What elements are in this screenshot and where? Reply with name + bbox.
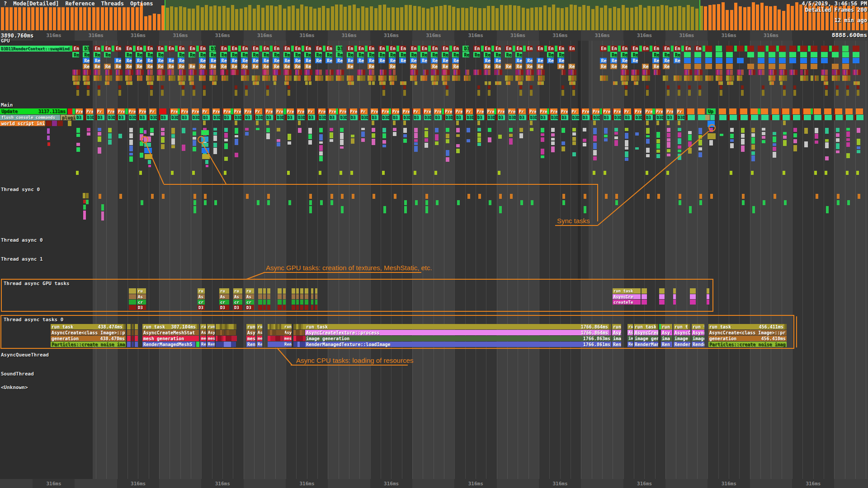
gpu-render-block[interactable]: Ren bbox=[378, 58, 385, 63]
gpu-event-block[interactable]: Eng bbox=[442, 46, 448, 52]
gpu-render-block[interactable]: Re bbox=[136, 64, 142, 69]
task-bar[interactable]: ru bbox=[257, 324, 262, 329]
gpu-render-block[interactable]: Re bbox=[304, 52, 311, 57]
gpu-render-block[interactable] bbox=[769, 52, 775, 57]
frame-bar-present[interactable]: Pre bbox=[634, 108, 642, 114]
frame-bar-present[interactable]: Pr bbox=[466, 108, 473, 114]
sync-block[interactable] bbox=[193, 206, 196, 213]
gpu-event-block[interactable]: Eng bbox=[557, 46, 564, 52]
sync-block[interactable] bbox=[162, 194, 165, 199]
sync-block[interactable] bbox=[309, 200, 312, 205]
gpu-render-block[interactable]: Re bbox=[557, 64, 564, 69]
frame-bar-d3d[interactable]: D3D bbox=[255, 115, 263, 120]
task-bar[interactable]: im bbox=[627, 336, 633, 341]
frame-bar-d3d[interactable]: D3 bbox=[624, 115, 632, 120]
gpu-event-block[interactable] bbox=[758, 46, 764, 52]
task-bar[interactable]: run task1766.864ms bbox=[305, 324, 611, 329]
frame-bar-d3d[interactable]: D3 bbox=[245, 115, 252, 120]
frame-bar-present[interactable] bbox=[729, 108, 736, 114]
sync-block[interactable] bbox=[584, 206, 586, 213]
gpu-event-block[interactable]: En bbox=[631, 46, 638, 52]
gpu-render-block[interactable]: Re bbox=[146, 52, 153, 57]
task-bar[interactable]: run bbox=[283, 324, 292, 329]
sync-block[interactable] bbox=[489, 200, 491, 205]
sync-block[interactable] bbox=[373, 194, 375, 199]
frame-bar-present[interactable] bbox=[824, 108, 831, 114]
gpu-render-block[interactable]: Re bbox=[368, 58, 374, 63]
gpu-render-block[interactable]: Ren bbox=[378, 52, 385, 57]
gpu-render-block[interactable] bbox=[705, 52, 712, 57]
frame-bar-present[interactable]: Pre bbox=[329, 108, 336, 114]
frame-bar-d3d[interactable]: D3D bbox=[213, 115, 220, 120]
frame-bar-d3d[interactable]: D3 bbox=[434, 115, 442, 120]
gpu-render-block[interactable]: Re bbox=[178, 64, 184, 69]
gpu-render-block[interactable]: Re bbox=[283, 58, 290, 63]
sync-block[interactable] bbox=[467, 194, 470, 199]
frame-bar-present[interactable]: Pr bbox=[149, 108, 156, 114]
frame-bar-present[interactable]: Pre bbox=[592, 108, 599, 114]
frame-bar-d3d[interactable]: D3D1 bbox=[150, 115, 157, 120]
gpu-render-block[interactable] bbox=[758, 52, 764, 57]
task-bar[interactable]: ru bbox=[200, 324, 206, 329]
gpu-render-block[interactable]: Re bbox=[537, 58, 543, 63]
gpu-event-block[interactable]: En bbox=[621, 46, 627, 52]
gpu-render-block[interactable] bbox=[726, 64, 733, 69]
sync-block[interactable] bbox=[204, 200, 207, 205]
gpu-render-block[interactable]: Re bbox=[357, 58, 364, 63]
sync-block[interactable] bbox=[826, 206, 829, 213]
frame-bar-d3d[interactable]: D3 bbox=[646, 115, 653, 120]
gpu-render-block[interactable]: Re bbox=[473, 52, 480, 57]
frame-bar-present[interactable] bbox=[761, 108, 768, 114]
task-bar[interactable]: mes bbox=[283, 336, 292, 341]
task-bar[interactable]: As bbox=[257, 330, 262, 335]
gpu-render-block[interactable]: Re bbox=[326, 58, 332, 63]
sync-block[interactable] bbox=[288, 200, 291, 205]
gpu-render-block[interactable]: Re bbox=[199, 52, 206, 57]
gpu-render-block[interactable]: Re bbox=[484, 52, 491, 57]
gpu-render-block[interactable]: Re bbox=[505, 64, 512, 69]
sync-block[interactable] bbox=[689, 206, 692, 213]
frame-bar-present[interactable]: Pre bbox=[666, 108, 673, 114]
gpu-render-block[interactable]: Re bbox=[209, 64, 216, 69]
frame-bar-d3d[interactable]: D3D bbox=[382, 115, 389, 120]
frame-bar-d3d[interactable] bbox=[825, 115, 832, 120]
gpu-render-block[interactable]: Re bbox=[294, 64, 301, 69]
task-bar[interactable]: RenderManagedTexture::loadImage1766.861m… bbox=[305, 342, 611, 347]
gpu-render-block[interactable]: Re bbox=[220, 58, 227, 63]
gpu-render-block[interactable]: Re bbox=[347, 64, 354, 69]
frame-bar-d3d[interactable]: D3D1 bbox=[487, 115, 495, 120]
gpu-render-block[interactable]: Re bbox=[231, 52, 237, 57]
sync-block[interactable] bbox=[193, 194, 196, 199]
frame-bar-present[interactable]: Pr bbox=[202, 108, 209, 114]
gpu-render-block[interactable] bbox=[853, 58, 859, 63]
gpu-render-block[interactable]: Re bbox=[526, 64, 533, 69]
frame-bar-present[interactable]: Pr bbox=[255, 108, 262, 114]
gpu-render-block[interactable]: Ren bbox=[336, 58, 343, 63]
sync-block[interactable] bbox=[562, 194, 565, 199]
sync-block[interactable] bbox=[341, 194, 344, 199]
gpu-render-block[interactable]: Re bbox=[494, 52, 501, 57]
frame-bar-present[interactable] bbox=[803, 108, 811, 114]
frame-bar-d3d[interactable]: D3 bbox=[181, 115, 189, 120]
gpu-event-block[interactable]: En bbox=[283, 46, 290, 52]
task-bar[interactable]: run task307.104ms bbox=[142, 324, 199, 329]
gpu-event-block[interactable]: En bbox=[515, 46, 522, 52]
frame-bar-present[interactable]: Pre bbox=[297, 108, 304, 114]
frame-bar-present[interactable]: Pre bbox=[382, 108, 389, 114]
gpu-render-block[interactable] bbox=[842, 52, 849, 57]
gpu-event-block[interactable]: D3 bbox=[336, 46, 342, 52]
gpu-task-block[interactable]: cr bbox=[198, 300, 205, 305]
gpu-render-block[interactable]: Re bbox=[326, 52, 332, 57]
gpu-event-block[interactable] bbox=[779, 46, 786, 52]
gpu-render-block[interactable]: Re bbox=[220, 52, 227, 57]
gpu-render-block[interactable]: Re bbox=[283, 52, 290, 57]
gpu-task-block[interactable]: ru bbox=[219, 288, 229, 294]
task-bar[interactable]: AsyncCreateTexture::process1766.864ms bbox=[305, 330, 611, 335]
menu-help[interactable]: ? bbox=[4, 0, 7, 7]
sync-block[interactable] bbox=[309, 194, 312, 199]
gpu-render-block[interactable]: Ren bbox=[674, 58, 680, 63]
sync-block[interactable] bbox=[204, 194, 207, 199]
frame-bar-d3d[interactable] bbox=[751, 115, 758, 120]
frame-bar-d3d[interactable]: D3D bbox=[297, 115, 305, 120]
gpu-render-block[interactable]: Ren bbox=[505, 52, 512, 57]
